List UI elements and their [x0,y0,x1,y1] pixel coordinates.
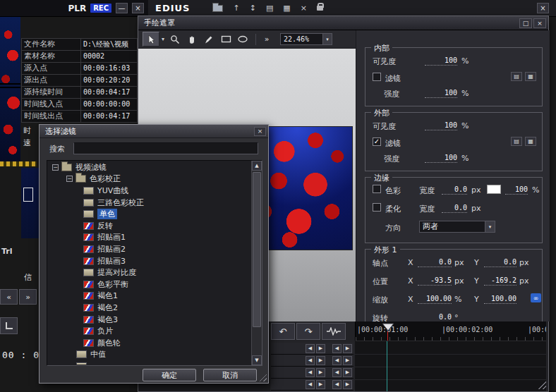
more-tools-button[interactable]: » [260,32,273,47]
tree-item-partial[interactable] [48,360,251,365]
redo-button[interactable]: ↷ [296,323,320,340]
tree-item-label[interactable]: 褐色3 [97,314,118,325]
next-keyframe-button[interactable]: ▶ [316,356,325,365]
tree-item-label[interactable]: 招贴画2 [97,244,126,255]
edge-color-swatch[interactable] [487,185,501,194]
edius-close-button[interactable]: × [537,3,549,13]
tree-item[interactable]: 三路色彩校正 [48,197,251,209]
next-keyframe-button[interactable]: ▶ [343,356,352,365]
scroll-down-button[interactable]: ▼ [252,355,262,365]
next-keyframe-button[interactable]: ▶ [316,368,325,377]
next-keyframe-button[interactable]: ▶ [316,380,325,389]
tree-item-label[interactable]: 反转 [97,221,113,231]
select-tool-dropdown-icon[interactable]: ▾ [159,36,167,42]
trim-out-button[interactable]: » [19,289,37,305]
tree-item[interactable]: YUV曲线 [48,185,251,197]
undo-button[interactable]: ↶ [271,323,295,340]
visibility-value[interactable]: 100 [425,56,457,66]
tree-collapse-icon[interactable]: − [66,176,73,182]
tree-item-label[interactable]: 褐色2 [97,302,118,313]
next-keyframe-button[interactable]: ▶ [316,344,325,353]
tree-item[interactable]: −视频滤镜 [48,161,251,173]
tree-item[interactable]: 提高对比度 [48,267,251,278]
tree-item[interactable]: 中值 [48,349,251,361]
select-tool-button[interactable] [143,32,159,47]
tree-item[interactable]: −色彩校正 [48,173,251,185]
scale-y-value[interactable]: 100.00 [484,295,516,304]
edge-soft-checkbox[interactable] [373,203,381,212]
filter-dialog-close-button[interactable]: × [254,127,266,136]
next-keyframe-button[interactable]: ▶ [343,380,352,389]
filter-grid-icon[interactable]: ▦ [525,137,536,146]
ellipse-tool-button[interactable] [234,32,251,47]
position-y-value[interactable]: -169.2 [484,276,516,286]
search-input[interactable] [73,142,258,154]
player-close-button[interactable]: × [132,3,144,13]
direction-dropdown-icon[interactable]: ▾ [485,221,495,232]
filter-grid-icon[interactable]: ▦ [525,72,536,81]
edge-soft-width-value[interactable]: 0.0 [442,204,467,213]
dialog-resize-grip[interactable] [259,374,267,381]
scrollbar-thumb[interactable] [253,172,261,327]
rec-tab[interactable]: REC [90,4,111,13]
cancel-button[interactable]: 取消 [203,369,257,381]
tree-item-selected[interactable]: 单色 [48,208,251,220]
tree-collapse-icon[interactable]: − [52,164,59,171]
strength-value[interactable]: 100 [425,154,457,163]
zoom-dropdown-icon[interactable]: ▾ [322,34,332,44]
tree-item-label[interactable]: 色彩平衡 [97,279,128,290]
tree-item[interactable]: 颜色轮 [48,337,251,349]
tree-item-label[interactable]: 色彩校正 [90,173,121,184]
filter-dialog-title-bar[interactable]: 选择滤镜 × [40,125,268,138]
link-aspect-icon[interactable]: ∞ [531,293,541,302]
edge-color-opacity-value[interactable]: 100 [505,185,528,195]
anchor-x-value[interactable]: 0.0 [418,258,452,267]
edge-color-width-value[interactable]: 0.0 [442,185,467,195]
tree-item[interactable]: 招贴画2 [48,243,251,255]
prev-keyframe-button[interactable]: ◀ [306,380,315,389]
tree-item-label[interactable]: 单色 [97,209,117,219]
tree-scrollbar[interactable]: ▲ ▼ [251,161,262,365]
playhead-handle[interactable] [382,323,394,333]
tree-item-label[interactable]: 招贴画3 [97,256,126,267]
tree-item-label[interactable]: YUV曲线 [97,185,128,196]
mask-window-title-bar[interactable]: 手绘遮罩 □ × [138,16,548,30]
scale-x-value[interactable]: 100.00 [418,295,452,304]
tree-item[interactable]: 色彩平衡 [48,278,251,290]
tree-item-label[interactable]: 视频滤镜 [75,162,107,173]
tree-item-label[interactable]: 褐色1 [97,290,118,301]
list-view-icon[interactable]: ▤ [266,4,273,13]
filter-list-icon[interactable]: ▤ [511,72,522,81]
prev-keyframe-button[interactable]: ◀ [306,368,315,377]
zoom-tool-button[interactable] [167,32,183,47]
inner-filter-checkbox[interactable] [373,73,381,81]
anchor-y-value[interactable]: 0.0 [484,258,516,267]
bracket-tool-button[interactable] [0,317,18,334]
tree-item-label[interactable]: 中值 [90,349,106,360]
outer-filter-checkbox[interactable]: ✓ [373,137,381,146]
prev-keyframe-button[interactable]: ◀ [332,344,342,353]
edge-color-checkbox[interactable] [373,185,381,193]
prev-keyframe-button[interactable]: ◀ [306,356,315,365]
tree-item-label[interactable]: 三路色彩校正 [97,197,144,208]
tree-item[interactable]: 褐色3 [48,314,251,326]
direction-select[interactable]: 两者 ▾ [419,221,495,233]
player-minimize-button[interactable]: — [116,3,128,13]
tree-item[interactable]: 负片 [48,325,251,337]
tree-item[interactable]: 招贴画1 [48,232,251,244]
tree-item[interactable]: 反转 [48,220,251,232]
hand-tool-button[interactable] [183,32,200,47]
draw-tool-button[interactable] [200,32,217,47]
next-keyframe-button[interactable]: ▶ [343,368,352,377]
plr-tab[interactable]: PLR [68,4,86,13]
mask-close-button[interactable]: × [533,18,546,28]
rectangle-tool-button[interactable] [217,32,234,47]
tree-item[interactable]: 褐色1 [48,290,251,302]
delete-icon[interactable]: × [301,4,307,13]
tree-item[interactable]: 褐色2 [48,302,251,314]
tree-item-label[interactable]: 颜色轮 [97,338,121,348]
strength-value[interactable]: 100 [425,89,457,98]
grid-view-icon[interactable]: ▦ [283,4,290,13]
visibility-value[interactable]: 100 [425,121,457,130]
scroll-up-button[interactable]: ▲ [252,161,262,171]
